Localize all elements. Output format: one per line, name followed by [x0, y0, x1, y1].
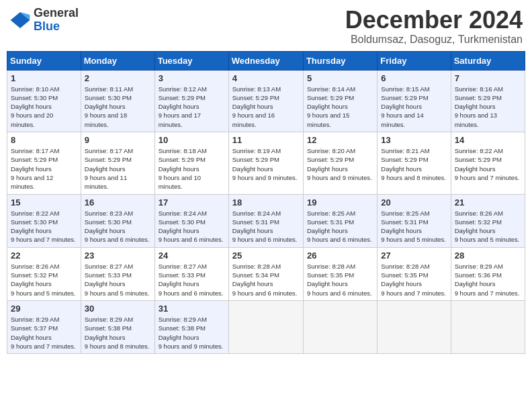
calendar-day-cell: 25Sunrise: 8:28 AMSunset: 5:34 PMDayligh…	[228, 247, 303, 300]
month-title: December 2024	[345, 7, 523, 34]
calendar-day-cell: 8Sunrise: 8:17 AMSunset: 5:29 PMDaylight…	[7, 132, 81, 194]
day-detail: Sunrise: 8:17 AMSunset: 5:29 PMDaylight …	[85, 146, 151, 191]
day-number: 20	[381, 197, 447, 208]
calendar-day-cell: 15Sunrise: 8:22 AMSunset: 5:30 PMDayligh…	[7, 194, 81, 247]
calendar-day-cell: 13Sunrise: 8:21 AMSunset: 5:29 PMDayligh…	[378, 132, 451, 194]
calendar-day-cell: 29Sunrise: 8:29 AMSunset: 5:37 PMDayligh…	[7, 300, 81, 353]
logo-text: General Blue	[34, 7, 79, 34]
calendar-day-cell: 1Sunrise: 8:10 AMSunset: 5:30 PMDaylight…	[7, 70, 81, 132]
day-detail: Sunrise: 8:13 AMSunset: 5:29 PMDaylight …	[232, 85, 300, 129]
calendar-day-cell: 3Sunrise: 8:12 AMSunset: 5:29 PMDaylight…	[154, 70, 228, 132]
calendar-week-row: 29Sunrise: 8:29 AMSunset: 5:37 PMDayligh…	[7, 300, 525, 353]
calendar-header-row: SundayMondayTuesdayWednesdayThursdayFrid…	[7, 51, 525, 70]
day-number: 8	[11, 135, 77, 145]
day-number: 1	[11, 73, 77, 83]
day-number: 29	[11, 304, 77, 314]
calendar-day-cell	[228, 300, 303, 353]
day-detail: Sunrise: 8:14 AMSunset: 5:29 PMDaylight …	[307, 85, 373, 129]
day-detail: Sunrise: 8:27 AMSunset: 5:33 PMDaylight …	[85, 262, 151, 298]
day-detail: Sunrise: 8:22 AMSunset: 5:29 PMDaylight …	[455, 146, 521, 182]
calendar-header-cell: Sunday	[7, 51, 81, 70]
day-detail: Sunrise: 8:28 AMSunset: 5:35 PMDaylight …	[307, 262, 373, 298]
calendar-day-cell: 6Sunrise: 8:15 AMSunset: 5:29 PMDaylight…	[378, 70, 451, 132]
header: General Blue December 2024 Boldumsaz, Da…	[7, 7, 525, 46]
day-number: 14	[455, 135, 521, 145]
calendar-header-cell: Friday	[378, 51, 451, 70]
day-number: 15	[11, 197, 77, 208]
day-number: 7	[455, 73, 521, 83]
calendar-day-cell: 12Sunrise: 8:20 AMSunset: 5:29 PMDayligh…	[303, 132, 377, 194]
day-detail: Sunrise: 8:25 AMSunset: 5:31 PMDaylight …	[381, 209, 447, 244]
day-number: 17	[159, 197, 225, 208]
day-detail: Sunrise: 8:29 AMSunset: 5:36 PMDaylight …	[455, 262, 521, 298]
title-area: December 2024 Boldumsaz, Dasoguz, Turkme…	[345, 7, 523, 46]
calendar-day-cell	[378, 300, 451, 353]
calendar-day-cell: 28Sunrise: 8:29 AMSunset: 5:36 PMDayligh…	[451, 247, 525, 300]
day-detail: Sunrise: 8:23 AMSunset: 5:30 PMDaylight …	[85, 209, 151, 244]
day-detail: Sunrise: 8:26 AMSunset: 5:32 PMDaylight …	[455, 209, 521, 244]
day-number: 13	[381, 135, 447, 145]
day-detail: Sunrise: 8:21 AMSunset: 5:29 PMDaylight …	[381, 146, 447, 182]
calendar-week-row: 22Sunrise: 8:26 AMSunset: 5:32 PMDayligh…	[7, 247, 525, 300]
day-detail: Sunrise: 8:25 AMSunset: 5:31 PMDaylight …	[307, 209, 373, 244]
calendar-day-cell	[303, 300, 377, 353]
day-detail: Sunrise: 8:29 AMSunset: 5:37 PMDaylight …	[11, 315, 77, 351]
calendar-day-cell: 24Sunrise: 8:27 AMSunset: 5:33 PMDayligh…	[154, 247, 228, 300]
day-detail: Sunrise: 8:28 AMSunset: 5:34 PMDaylight …	[232, 262, 300, 298]
calendar-header-cell: Wednesday	[228, 51, 303, 70]
day-detail: Sunrise: 8:29 AMSunset: 5:38 PMDaylight …	[159, 315, 225, 351]
day-detail: Sunrise: 8:24 AMSunset: 5:31 PMDaylight …	[232, 209, 300, 244]
day-number: 12	[307, 135, 373, 145]
day-detail: Sunrise: 8:16 AMSunset: 5:29 PMDaylight …	[455, 85, 521, 129]
day-detail: Sunrise: 8:19 AMSunset: 5:29 PMDaylight …	[232, 146, 300, 182]
day-detail: Sunrise: 8:12 AMSunset: 5:29 PMDaylight …	[159, 85, 225, 129]
day-number: 24	[159, 250, 225, 261]
calendar-week-row: 8Sunrise: 8:17 AMSunset: 5:29 PMDaylight…	[7, 132, 525, 194]
calendar-day-cell: 20Sunrise: 8:25 AMSunset: 5:31 PMDayligh…	[378, 194, 451, 247]
day-detail: Sunrise: 8:17 AMSunset: 5:29 PMDaylight …	[11, 146, 77, 191]
calendar-day-cell: 26Sunrise: 8:28 AMSunset: 5:35 PMDayligh…	[303, 247, 377, 300]
day-detail: Sunrise: 8:10 AMSunset: 5:30 PMDaylight …	[11, 85, 77, 129]
day-number: 6	[381, 73, 447, 83]
day-detail: Sunrise: 8:20 AMSunset: 5:29 PMDaylight …	[307, 146, 373, 182]
calendar-day-cell: 17Sunrise: 8:24 AMSunset: 5:30 PMDayligh…	[154, 194, 228, 247]
calendar-day-cell: 4Sunrise: 8:13 AMSunset: 5:29 PMDaylight…	[228, 70, 303, 132]
calendar-day-cell: 10Sunrise: 8:18 AMSunset: 5:29 PMDayligh…	[154, 132, 228, 194]
calendar-week-row: 1Sunrise: 8:10 AMSunset: 5:30 PMDaylight…	[7, 70, 525, 132]
day-number: 4	[232, 73, 300, 83]
calendar-day-cell: 21Sunrise: 8:26 AMSunset: 5:32 PMDayligh…	[451, 194, 525, 247]
day-detail: Sunrise: 8:26 AMSunset: 5:32 PMDaylight …	[11, 262, 77, 298]
calendar-day-cell: 14Sunrise: 8:22 AMSunset: 5:29 PMDayligh…	[451, 132, 525, 194]
day-number: 27	[381, 250, 447, 261]
day-detail: Sunrise: 8:24 AMSunset: 5:30 PMDaylight …	[159, 209, 225, 244]
day-number: 22	[11, 250, 77, 261]
calendar-header-cell: Thursday	[303, 51, 377, 70]
day-number: 23	[85, 250, 151, 261]
calendar-day-cell: 2Sunrise: 8:11 AMSunset: 5:30 PMDaylight…	[81, 70, 154, 132]
day-number: 28	[455, 250, 521, 261]
calendar-header-cell: Monday	[81, 51, 154, 70]
day-detail: Sunrise: 8:29 AMSunset: 5:38 PMDaylight …	[85, 315, 151, 351]
calendar-day-cell: 22Sunrise: 8:26 AMSunset: 5:32 PMDayligh…	[7, 247, 81, 300]
location: Boldumsaz, Dasoguz, Turkmenistan	[345, 34, 523, 46]
calendar-day-cell: 18Sunrise: 8:24 AMSunset: 5:31 PMDayligh…	[228, 194, 303, 247]
day-number: 18	[232, 197, 300, 208]
day-number: 30	[85, 304, 151, 314]
day-number: 10	[159, 135, 225, 145]
calendar-day-cell: 23Sunrise: 8:27 AMSunset: 5:33 PMDayligh…	[81, 247, 154, 300]
calendar-week-row: 15Sunrise: 8:22 AMSunset: 5:30 PMDayligh…	[7, 194, 525, 247]
day-number: 31	[159, 304, 225, 314]
logo-icon	[9, 9, 31, 31]
day-detail: Sunrise: 8:18 AMSunset: 5:29 PMDaylight …	[159, 146, 225, 191]
day-number: 5	[307, 73, 373, 83]
day-detail: Sunrise: 8:28 AMSunset: 5:35 PMDaylight …	[381, 262, 447, 298]
day-detail: Sunrise: 8:22 AMSunset: 5:30 PMDaylight …	[11, 209, 77, 244]
calendar-day-cell: 9Sunrise: 8:17 AMSunset: 5:29 PMDaylight…	[81, 132, 154, 194]
calendar-day-cell: 7Sunrise: 8:16 AMSunset: 5:29 PMDaylight…	[451, 70, 525, 132]
day-number: 25	[232, 250, 300, 261]
calendar-day-cell: 16Sunrise: 8:23 AMSunset: 5:30 PMDayligh…	[81, 194, 154, 247]
day-number: 19	[307, 197, 373, 208]
logo: General Blue	[9, 7, 79, 34]
day-number: 11	[232, 135, 300, 145]
calendar-day-cell: 5Sunrise: 8:14 AMSunset: 5:29 PMDaylight…	[303, 70, 377, 132]
